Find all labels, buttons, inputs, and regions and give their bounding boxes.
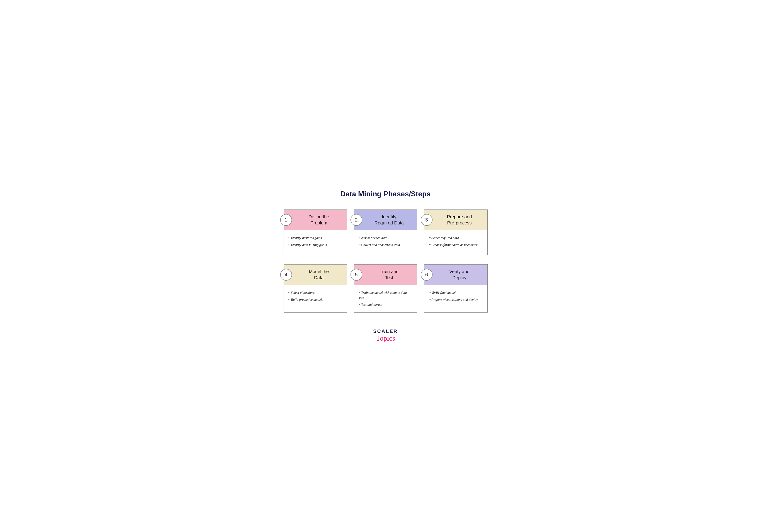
card-header-5: 5Train andTest [354, 265, 417, 285]
cards-grid: 1Define theProblem~ Identify business go… [284, 209, 488, 313]
card-bullet: ~ Collect and understand data [359, 242, 413, 248]
card-body-2: ~ Assess needed data~ Collect and unders… [354, 230, 417, 255]
card-bullet: ~ Train the model with sample data sets [359, 290, 413, 300]
logo-topics: Topics [376, 334, 395, 342]
card-bullet: ~ Verify final model [429, 290, 483, 295]
card-body-1: ~ Identify business goals~ Identify data… [284, 230, 347, 255]
card-body-4: ~ Select algorithms~ Build predictive mo… [284, 285, 347, 310]
card-header-4: 4Model theData [284, 265, 347, 285]
logo-container: SCALER Topics [373, 328, 398, 342]
logo-scaler: SCALER [373, 328, 398, 334]
card-header-1: 1Define theProblem [284, 210, 347, 230]
card-title-2: IdentifyRequired Data [365, 214, 413, 226]
card-number-4: 4 [280, 269, 292, 281]
card-title-1: Define theProblem [295, 214, 343, 226]
card-bullet: ~ Cleanse/format data as necessary [429, 242, 483, 248]
card-6: 6Verify andDeploy~ Verify final model~ P… [424, 264, 488, 313]
card-title-6: Verify andDeploy [436, 269, 483, 281]
card-number-5: 5 [351, 269, 362, 281]
page-container: Data Mining Phases/Steps 1Define theProb… [284, 190, 488, 342]
card-number-3: 3 [421, 214, 432, 226]
card-number-6: 6 [421, 269, 432, 281]
card-bullet: ~ Test and iterate [359, 302, 413, 307]
page-title: Data Mining Phases/Steps [340, 190, 430, 198]
card-body-3: ~ Select required data~ Cleanse/format d… [424, 230, 487, 255]
card-number-1: 1 [280, 214, 292, 226]
card-2: 2IdentifyRequired Data~ Assess needed da… [354, 209, 417, 255]
card-header-3: 3Prepare andPre-process [424, 210, 487, 230]
card-bullet: ~ Assess needed data [359, 235, 413, 241]
card-bullet: ~ Identify data mining goals [288, 242, 342, 248]
card-title-4: Model theData [295, 269, 343, 281]
card-bullet: ~ Build predictive models [288, 297, 342, 302]
card-number-2: 2 [351, 214, 362, 226]
card-5: 5Train andTest~ Train the model with sam… [354, 264, 417, 313]
card-4: 4Model theData~ Select algorithms~ Build… [284, 264, 347, 313]
card-body-5: ~ Train the model with sample data sets~… [354, 285, 417, 312]
card-bullet: ~ Identify business goals [288, 235, 342, 241]
card-header-2: 2IdentifyRequired Data [354, 210, 417, 230]
card-bullet: ~ Select algorithms [288, 290, 342, 295]
card-3: 3Prepare andPre-process~ Select required… [424, 209, 488, 255]
card-bullet: ~ Select required data [429, 235, 483, 241]
card-1: 1Define theProblem~ Identify business go… [284, 209, 347, 255]
card-header-6: 6Verify andDeploy [424, 265, 487, 285]
card-title-3: Prepare andPre-process [436, 214, 483, 226]
card-title-5: Train andTest [365, 269, 413, 281]
card-bullet: ~ Prepare visualizations and deploy [429, 297, 483, 302]
card-body-6: ~ Verify final model~ Prepare visualizat… [424, 285, 487, 310]
